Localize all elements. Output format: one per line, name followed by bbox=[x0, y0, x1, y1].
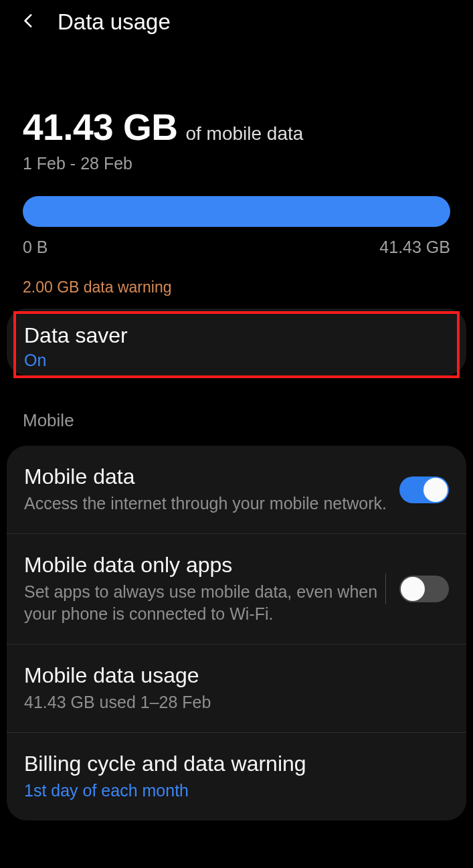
mobile-data-usage-title: Mobile data usage bbox=[24, 663, 442, 688]
highlight-annotation: Data saver On bbox=[13, 311, 460, 378]
data-saver-card[interactable]: Data saver On bbox=[7, 309, 466, 375]
billing-cycle-sub: 1st day of each month bbox=[24, 780, 442, 802]
mobile-data-only-apps-row[interactable]: Mobile data only apps Set apps to always… bbox=[7, 534, 466, 644]
usage-max-label: 41.43 GB bbox=[379, 238, 450, 257]
data-warning-text: 2.00 GB data warning bbox=[23, 278, 450, 296]
usage-period: 1 Feb - 28 Feb bbox=[23, 154, 450, 173]
mobile-data-only-apps-sub: Set apps to always use mobile data, even… bbox=[24, 581, 379, 625]
usage-suffix: of mobile data bbox=[185, 123, 303, 145]
data-saver-title: Data saver bbox=[24, 323, 442, 348]
mobile-data-only-apps-toggle[interactable] bbox=[399, 576, 449, 602]
mobile-settings-card: Mobile data Access the internet through … bbox=[7, 446, 466, 820]
page-title: Data usage bbox=[58, 9, 171, 35]
mobile-data-row[interactable]: Mobile data Access the internet through … bbox=[7, 446, 466, 534]
usage-progress-bar[interactable] bbox=[23, 196, 450, 227]
mobile-data-toggle[interactable] bbox=[399, 476, 449, 503]
toggle-divider bbox=[385, 574, 386, 604]
back-icon[interactable] bbox=[20, 12, 37, 32]
mobile-data-only-apps-title: Mobile data only apps bbox=[24, 553, 379, 578]
mobile-data-usage-row[interactable]: Mobile data usage 41.43 GB used 1–28 Feb bbox=[7, 644, 466, 733]
usage-min-label: 0 B bbox=[23, 238, 48, 257]
mobile-data-sub: Access the internet through your mobile … bbox=[24, 493, 393, 515]
data-saver-status: On bbox=[24, 351, 442, 370]
billing-cycle-row[interactable]: Billing cycle and data warning 1st day o… bbox=[7, 733, 466, 820]
mobile-data-usage-sub: 41.43 GB used 1–28 Feb bbox=[24, 691, 442, 713]
section-label-mobile: Mobile bbox=[0, 385, 473, 431]
usage-amount: 41.43 GB bbox=[23, 106, 177, 149]
mobile-data-title: Mobile data bbox=[24, 464, 393, 489]
billing-cycle-title: Billing cycle and data warning bbox=[24, 752, 442, 776]
usage-summary: 41.43 GB of mobile data 1 Feb - 28 Feb 0… bbox=[0, 47, 473, 296]
